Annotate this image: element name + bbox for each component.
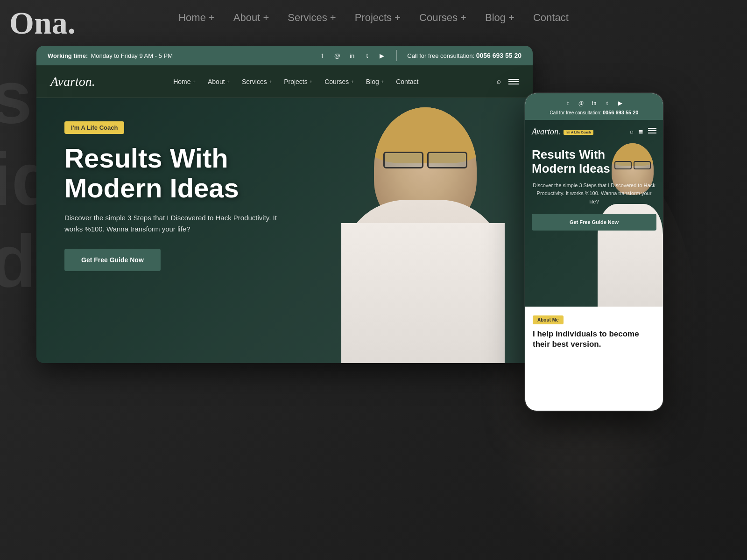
- glass-right: [427, 152, 467, 168]
- mobile-hero: Avarton. I'm A Life Coach ⌕ ≣ Results Wi…: [525, 120, 663, 307]
- mobile-about-title: I help individuals to become their best …: [533, 329, 655, 350]
- youtube-icon[interactable]: ▶: [378, 51, 386, 60]
- mobile-nav-icons: ⌕ ≣: [630, 128, 656, 135]
- mobile-logo-tag: I'm A Life Coach: [564, 130, 593, 135]
- topbar-divider: [396, 50, 397, 61]
- mobile-logo-group: Avarton. I'm A Life Coach: [532, 127, 593, 137]
- hero-badge: I'm A Life Coach: [64, 121, 124, 134]
- mobile-linkedin-icon[interactable]: in: [591, 100, 598, 107]
- mobile-hero-title: Results With Modern Ideas: [532, 148, 656, 176]
- bg-nav: Home +About +Services +Projects +Courses…: [0, 0, 747, 28]
- mobile-hero-subtitle: Discover the simple 3 Steps that I Disco…: [532, 182, 656, 206]
- desktop-nav-actions: ⌕: [497, 77, 519, 85]
- mobile-logo: Avarton.: [532, 127, 561, 136]
- facebook-icon[interactable]: f: [318, 51, 326, 60]
- mobile-twitter-icon[interactable]: t: [604, 100, 611, 107]
- hero-title: Results With Modern Ideas: [64, 143, 279, 203]
- hero-subtitle: Discover the simple 3 Steps that I Disco…: [64, 212, 279, 235]
- mobile-mockup: f @ in t ▶ Call for free consultation: 0…: [525, 93, 663, 411]
- nav-projects[interactable]: Projects+: [284, 78, 312, 85]
- person-glasses: [383, 152, 467, 170]
- desktop-logo: Avarton.: [50, 74, 95, 89]
- mobile-social-icons: f @ in t ▶: [533, 100, 655, 107]
- person-shirt: [341, 223, 505, 363]
- desktop-menu-icon[interactable]: [508, 79, 519, 84]
- mobile-navbar: Avarton. I'm A Life Coach ⌕ ≣: [525, 120, 663, 143]
- twitter-icon[interactable]: t: [363, 51, 371, 60]
- person-body: [341, 200, 505, 363]
- social-icons-group: f @ in t ▶ Call for free consultation: 0…: [318, 50, 521, 61]
- mobile-lines-icon[interactable]: ≣: [638, 128, 643, 135]
- mobile-about-badge: About Me: [533, 315, 564, 324]
- mobile-youtube-icon[interactable]: ▶: [617, 100, 624, 107]
- hero-content: I'm A Life Coach Results With Modern Ide…: [64, 121, 279, 271]
- mobile-phone-number: 0056 693 55 20: [603, 110, 638, 115]
- desktop-nav-links: Home+ About+ Services+ Projects+ Courses…: [173, 78, 418, 85]
- mobile-menu-icon[interactable]: [648, 128, 656, 135]
- mobile-search-icon[interactable]: ⌕: [630, 128, 634, 135]
- nav-courses[interactable]: Courses+: [324, 78, 354, 85]
- desktop-navbar: Avarton. Home+ About+ Services+ Projects…: [36, 65, 533, 98]
- desktop-topbar: Working time: Monday to Friday 9 AM - 5 …: [36, 46, 533, 65]
- glass-left: [383, 152, 423, 168]
- mobile-instagram-icon[interactable]: @: [578, 100, 585, 107]
- consultation-text: Call for free consultation: 0056 693 55 …: [407, 52, 521, 59]
- instagram-icon[interactable]: @: [333, 51, 341, 60]
- mobile-facebook-icon[interactable]: f: [564, 100, 572, 107]
- mobile-consultation: Call for free consultation: 0056 693 55 …: [533, 110, 655, 115]
- nav-home[interactable]: Home+: [173, 78, 196, 85]
- desktop-mockup: Working time: Monday to Friday 9 AM - 5 …: [36, 46, 533, 363]
- working-time-label: Working time:: [48, 52, 88, 59]
- mobile-hero-content: Results With Modern Ideas Discover the s…: [532, 148, 656, 231]
- desktop-search-icon[interactable]: ⌕: [497, 77, 501, 85]
- mobile-cta-button[interactable]: Get Free Guide Now: [532, 214, 656, 231]
- nav-blog[interactable]: Blog+: [366, 78, 384, 85]
- working-time: Working time: Monday to Friday 9 AM - 5 …: [48, 52, 173, 59]
- nav-contact[interactable]: Contact: [396, 78, 418, 85]
- hero-person: [309, 98, 505, 363]
- working-time-value: Monday to Friday 9 AM - 5 PM: [91, 52, 173, 59]
- hero-cta-button[interactable]: Get Free Guide Now: [64, 249, 161, 271]
- mobile-topbar: f @ in t ▶ Call for free consultation: 0…: [525, 93, 663, 120]
- desktop-hero: I'm A Life Coach Results With Modern Ide…: [36, 98, 533, 363]
- nav-about[interactable]: About+: [208, 78, 230, 85]
- mobile-about-section: About Me I help individuals to become th…: [525, 307, 663, 377]
- nav-services[interactable]: Services+: [242, 78, 272, 85]
- linkedin-icon[interactable]: in: [348, 51, 356, 60]
- phone-number: 0056 693 55 20: [476, 52, 521, 59]
